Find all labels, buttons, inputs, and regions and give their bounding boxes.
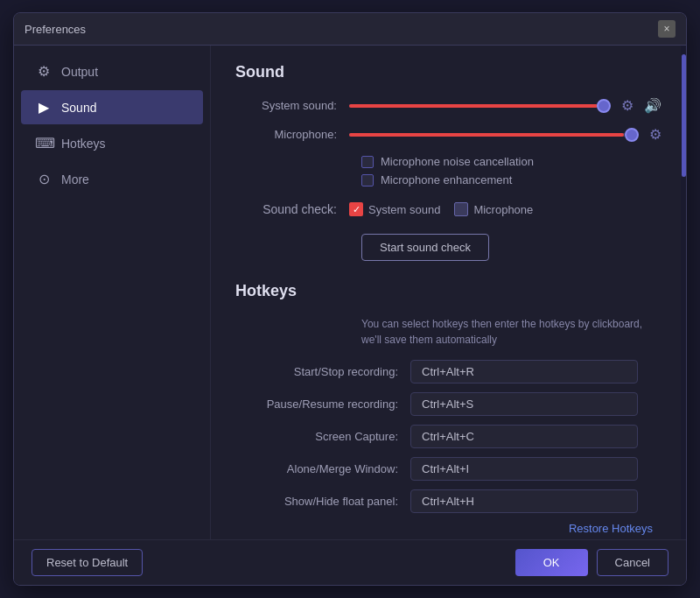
system-sound-check-label: System sound <box>368 203 440 216</box>
sidebar-item-label: Sound <box>61 101 96 115</box>
enhancement-row: Microphone enhancement <box>235 173 662 186</box>
system-sound-thumb[interactable] <box>597 99 611 113</box>
hotkey-label-3: Alone/Merge Window: <box>235 462 410 475</box>
restore-hotkeys-container: Restore Hotkeys <box>235 522 662 535</box>
main-content: Sound System sound: ⚙ 🔊 Microp <box>211 46 686 539</box>
hotkey-row-1: Pause/Resume recording: Ctrl+Alt+S <box>235 392 662 416</box>
enhancement-checkbox[interactable] <box>361 174 374 186</box>
sidebar-item-hotkeys[interactable]: ⌨ Hotkeys <box>21 126 203 160</box>
system-sound-gear-icon[interactable]: ⚙ <box>621 97 634 114</box>
hotkeys-section-title: Hotkeys <box>235 282 662 300</box>
hotkey-row-3: Alone/Merge Window: Ctrl+Alt+I <box>235 457 662 481</box>
restore-hotkeys-link[interactable]: Restore Hotkeys <box>569 522 653 535</box>
sidebar: ⚙ Output ▶ Sound ⌨ Hotkeys ⊙ More <box>14 46 211 539</box>
system-sound-slider-container: ⚙ 🔊 <box>349 97 662 114</box>
ok-button[interactable]: OK <box>515 549 588 576</box>
microphone-fill <box>349 133 624 137</box>
hotkeys-section: Hotkeys You can select hotkeys then ente… <box>235 282 662 535</box>
scrollbar-thumb[interactable] <box>682 54 686 177</box>
hotkey-row-2: Screen Capture: Ctrl+Alt+C <box>235 425 662 448</box>
scrollbar[interactable] <box>681 46 686 539</box>
hotkey-row-0: Start/Stop recording: Ctrl+Alt+R <box>235 360 662 383</box>
more-icon: ⊙ <box>35 171 52 187</box>
close-button[interactable]: × <box>658 20 676 38</box>
sound-section-title: Sound <box>235 63 662 81</box>
output-icon: ⚙ <box>35 63 52 80</box>
reset-to-default-button[interactable]: Reset to Default <box>32 549 143 576</box>
sidebar-item-output[interactable]: ⚙ Output <box>21 54 203 88</box>
hotkey-input-4[interactable]: Ctrl+Alt+H <box>410 489 638 513</box>
hotkey-label-1: Pause/Resume recording: <box>235 397 410 411</box>
hotkey-input-2[interactable]: Ctrl+Alt+C <box>410 425 638 448</box>
hotkey-label-0: Start/Stop recording: <box>235 365 410 378</box>
microphone-label: Microphone: <box>235 128 349 141</box>
hotkey-input-1[interactable]: Ctrl+Alt+S <box>410 392 638 416</box>
enhancement-label: Microphone enhancement <box>381 173 512 186</box>
hotkeys-icon: ⌨ <box>35 135 52 151</box>
system-sound-volume-icon[interactable]: 🔊 <box>644 97 662 114</box>
system-sound-row: System sound: ⚙ 🔊 <box>235 97 662 114</box>
system-sound-check-checkbox[interactable]: ✓ <box>349 202 363 216</box>
hotkey-input-0[interactable]: Ctrl+Alt+R <box>410 360 638 383</box>
system-sound-label: System sound: <box>235 99 349 112</box>
hotkey-label-4: Show/Hide float panel: <box>235 495 410 508</box>
sound-check-options: ✓ System sound Microphone <box>349 202 533 216</box>
title-bar: Preferences × <box>14 13 686 46</box>
hotkey-label-2: Screen Capture: <box>235 430 410 443</box>
dialog-body: ⚙ Output ▶ Sound ⌨ Hotkeys ⊙ More Sound <box>14 46 686 539</box>
sidebar-item-label: Output <box>61 65 98 79</box>
system-sound-track[interactable] <box>349 104 611 108</box>
system-sound-check-option[interactable]: ✓ System sound <box>349 202 440 216</box>
microphone-slider-container: ⚙ <box>349 126 662 143</box>
microphone-check-checkbox[interactable] <box>454 202 468 216</box>
noise-cancellation-checkbox[interactable] <box>361 156 374 168</box>
preferences-dialog: Preferences × ⚙ Output ▶ Sound ⌨ Hotkeys… <box>13 12 687 586</box>
dialog-footer: Reset to Default OK Cancel <box>14 539 686 585</box>
sidebar-item-more[interactable]: ⊙ More <box>21 162 203 196</box>
system-sound-fill <box>349 104 598 108</box>
sound-check-row: Sound check: ✓ System sound Microphone <box>235 202 662 216</box>
microphone-check-option[interactable]: Microphone <box>454 202 533 216</box>
start-sound-check-button[interactable]: Start sound check <box>361 234 489 261</box>
microphone-track[interactable] <box>349 133 639 137</box>
cancel-button[interactable]: Cancel <box>597 549 668 576</box>
microphone-check-label: Microphone <box>473 203 533 216</box>
hotkey-row-4: Show/Hide float panel: Ctrl+Alt+H <box>235 489 662 513</box>
noise-cancellation-row: Microphone noise cancellation <box>235 155 662 168</box>
sound-check-label: Sound check: <box>235 202 349 216</box>
hotkeys-info-text: You can select hotkeys then enter the ho… <box>361 316 662 348</box>
hotkey-input-3[interactable]: Ctrl+Alt+I <box>410 457 638 481</box>
footer-right: OK Cancel <box>515 549 668 576</box>
microphone-gear-icon[interactable]: ⚙ <box>649 126 662 143</box>
sidebar-item-label: Hotkeys <box>61 137 106 151</box>
sidebar-item-label: More <box>61 172 89 186</box>
sound-icon: ▶ <box>35 99 52 116</box>
microphone-thumb[interactable] <box>625 128 639 142</box>
sidebar-item-sound[interactable]: ▶ Sound <box>21 90 203 124</box>
noise-cancellation-label: Microphone noise cancellation <box>381 155 534 168</box>
microphone-row: Microphone: ⚙ <box>235 126 662 143</box>
dialog-title: Preferences <box>24 23 86 36</box>
main-wrapper: Sound System sound: ⚙ 🔊 Microp <box>211 46 686 539</box>
